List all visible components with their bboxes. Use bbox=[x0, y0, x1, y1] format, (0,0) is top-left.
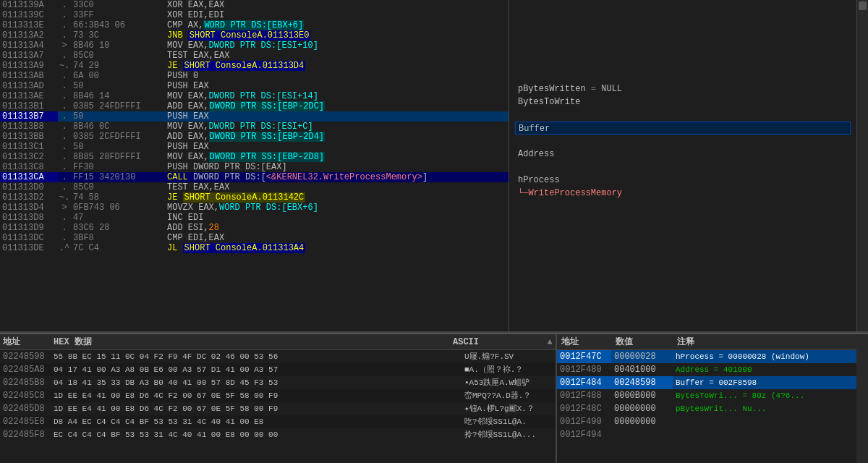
disasm-instruction: ADD EAX,DWORD PTR SS:[EBP-2DC] bbox=[165, 101, 509, 111]
disasm-row[interactable]: 011313C1.50PUSH EAX bbox=[0, 142, 509, 152]
disasm-addr: 011313B8 bbox=[0, 122, 58, 132]
hex-header: 地址 HEX 数据 ASCII ▲ bbox=[0, 334, 556, 350]
disasm-row[interactable]: 011313A9~.74 29JE SHORT ConsoleA.011313D… bbox=[0, 61, 509, 71]
disasm-instruction: MOV EAX,DWORD PTR DS:[ESI+10] bbox=[165, 41, 509, 51]
disasm-row[interactable]: 0113139C.33FFXOR EDI,EDI bbox=[0, 10, 509, 20]
hex-ascii-cell: 吃?邻绥SS1L@A. bbox=[461, 415, 556, 428]
disasm-arrow: . bbox=[58, 162, 71, 172]
disasm-row[interactable]: 011313D4>0FB743 06MOVZX EAX,WORD PTR DS:… bbox=[0, 203, 509, 213]
hex-row[interactable]: 022485B804 18 41 35 33 DB A3 B0 40 41 00… bbox=[0, 376, 556, 389]
reg-row[interactable]: 0012F4880000B000BytesToWri... = 80z (4?6… bbox=[557, 389, 856, 402]
disasm-addr: 011313D8 bbox=[0, 213, 58, 223]
disasm-addr: 011313A4 bbox=[0, 41, 58, 51]
reg-val-col-header: 数值 bbox=[611, 336, 673, 348]
hex-section: 地址 HEX 数据 ASCII ▲ 0224859855 8B EC 15 11… bbox=[0, 334, 557, 463]
disasm-row[interactable]: 011313D8.47INC EDI bbox=[0, 213, 509, 223]
disasm-bytes: 33C0 bbox=[71, 0, 165, 10]
disasm-arrow: . bbox=[58, 213, 71, 223]
disasm-row[interactable]: 011313DC.3BF8CMP EDI,EAX bbox=[0, 233, 509, 243]
disasm-addr: 011313D9 bbox=[0, 223, 58, 233]
disasm-row[interactable]: 011313BB.0385 2CFDFFFIADD EAX,DWORD PTR … bbox=[0, 132, 509, 142]
hex-bytes-cell: 1D EE E4 41 00 E8 D6 4C F2 00 67 0E 5F 5… bbox=[51, 389, 461, 402]
disasm-arrow: . bbox=[58, 71, 71, 81]
disasm-row[interactable]: 0113139A.33C0XOR EAX,EAX bbox=[0, 0, 509, 10]
reg-row[interactable]: 0012F48400248598Buffer = 002F8598 bbox=[557, 376, 856, 389]
hex-scroll-btn[interactable]: ▲ bbox=[544, 337, 556, 347]
hex-row[interactable]: 022485A804 17 41 00 A3 A8 0B E6 00 A3 57… bbox=[0, 363, 556, 376]
disasm-row[interactable]: 011313A2.73 3CJNB SHORT ConsoleA.011313E… bbox=[0, 30, 509, 41]
reg-row[interactable]: 0012F49000000000 bbox=[557, 415, 856, 428]
disasm-arrow: . bbox=[58, 132, 71, 142]
reg-note-cell: BytesToWri... = 80z (4?6... bbox=[673, 389, 856, 402]
bottom-scrollbar[interactable] bbox=[856, 334, 868, 463]
disasm-bytes: 47 bbox=[71, 213, 165, 223]
disasm-instruction: CALL DWORD PTR DS:[<&KERNEL32.WriteProce… bbox=[165, 172, 509, 182]
hex-row[interactable]: 0224859855 8B EC 15 11 0C 04 F2 F9 4F DC… bbox=[0, 350, 556, 363]
disasm-row[interactable]: 011313CA.FF15 3420130CALL DWORD PTR DS:[… bbox=[0, 172, 509, 182]
disasm-bytes: 0385 2CFDFFFI bbox=[71, 132, 165, 142]
reg-row[interactable]: 0012F48000401000Address = 401000 bbox=[557, 363, 856, 376]
hex-row[interactable]: 022485F8EC C4 C4 C4 BF 53 53 31 4C 40 41… bbox=[0, 428, 556, 441]
hex-row[interactable]: 022485E8D8 A4 EC C4 C4 C4 BF 53 53 31 4C… bbox=[0, 415, 556, 428]
disasm-instruction: MOV EAX,DWORD PTR SS:[EBP-2D8] bbox=[165, 152, 509, 162]
disasm-row[interactable]: 011313D2~.74 58JE SHORT ConsoleA.0113142… bbox=[0, 192, 509, 203]
disasm-instruction: CMP EDI,EAX bbox=[165, 233, 509, 243]
reg-row[interactable]: 0012F48C00000000pBytesWrit... Nu... bbox=[557, 402, 856, 415]
disasm-instruction: XOR EDI,EDI bbox=[165, 10, 509, 20]
disasm-row[interactable]: 011313B7.50PUSH EAX bbox=[0, 111, 509, 122]
disasm-scrollbar[interactable] bbox=[856, 0, 868, 331]
disasm-addr: 011313CA bbox=[0, 172, 58, 182]
disasm-instruction: CMP AX,WORD PTR DS:[EBX+6] bbox=[165, 20, 509, 30]
hex-row[interactable]: 022485D81D EE E4 41 00 E8 D6 4C F2 00 67… bbox=[0, 402, 556, 415]
hex-rows: 0224859855 8B EC 15 11 0C 04 F2 F9 4F DC… bbox=[0, 350, 556, 441]
disasm-arrow: .^ bbox=[58, 243, 71, 253]
disasm-bytes: 83C6 28 bbox=[71, 223, 165, 233]
hex-addr-cell: 022485F8 bbox=[0, 428, 51, 441]
disasm-bytes: FF15 3420130 bbox=[71, 172, 165, 182]
disasm-arrow: . bbox=[58, 20, 71, 30]
disasm-row[interactable]: 011313B1.0385 24FDFFFIADD EAX,DWORD PTR … bbox=[0, 101, 509, 111]
disasm-arrow: . bbox=[58, 81, 71, 91]
disasm-row[interactable]: 011313AE.8B46 14MOV EAX,DWORD PTR DS:[ES… bbox=[0, 91, 509, 101]
disasm-panel: 0113139A.33C0XOR EAX,EAX0113139C.33FFXOR… bbox=[0, 0, 868, 333]
disasm-row[interactable]: 011313DE.^7C C4JL SHORT ConsoleA.011313A… bbox=[0, 243, 509, 253]
reg-addr-cell: 0012F488 bbox=[557, 389, 611, 402]
reg-addr-cell: 0012F47C bbox=[557, 350, 611, 363]
disasm-row[interactable]: 011313C2.8B85 28FDFFFIMOV EAX,DWORD PTR … bbox=[0, 152, 509, 162]
disasm-addr: 011313D2 bbox=[0, 192, 58, 203]
disasm-table: 0113139A.33C0XOR EAX,EAX0113139C.33FFXOR… bbox=[0, 0, 509, 253]
disasm-row[interactable]: 011313A4>8B46 10MOV EAX,DWORD PTR DS:[ES… bbox=[0, 41, 509, 51]
reg-row[interactable]: 0012F494 bbox=[557, 428, 856, 441]
reg-rows: 0012F47C00000028hProcess = 00000028 (win… bbox=[557, 350, 856, 441]
reg-val-cell: 00000000 bbox=[611, 402, 673, 415]
disasm-instruction: PUSH EAX bbox=[165, 81, 509, 91]
disasm-bytes: 85C0 bbox=[71, 51, 165, 61]
disasm-row[interactable]: 011313A7.85C0TEST EAX,EAX bbox=[0, 51, 509, 61]
hex-bytes-cell: 1D EE E4 41 00 E8 D6 4C F2 00 67 0E 5F 5… bbox=[51, 402, 461, 415]
hex-addr-cell: 022485E8 bbox=[0, 415, 51, 428]
disasm-bytes: 73 3C bbox=[71, 30, 165, 41]
disasm-row[interactable]: 0113313E.66:3B43 06CMP AX,WORD PTR DS:[E… bbox=[0, 20, 509, 30]
disasm-addr: 011313BB bbox=[0, 132, 58, 142]
disasm-arrow: > bbox=[58, 41, 71, 51]
disasm-row[interactable]: 011313B8.8B46 0CMOV EAX,DWORD PTR DS:[ES… bbox=[0, 122, 509, 132]
disasm-row[interactable]: 011313D0.85C0TEST EAX,EAX bbox=[0, 182, 509, 192]
disasm-row[interactable]: 011313D9.83C6 28ADD ESI,28 bbox=[0, 223, 509, 233]
disasm-addr: 011313D0 bbox=[0, 182, 58, 192]
disasm-instruction: PUSH EAX bbox=[165, 142, 509, 152]
disasm-instruction: PUSH EAX bbox=[165, 111, 509, 122]
disasm-bytes: 50 bbox=[71, 111, 165, 122]
reg-row[interactable]: 0012F47C00000028hProcess = 00000028 (win… bbox=[557, 350, 856, 363]
hex-bytes-cell: D8 A4 EC C4 C4 C4 BF 53 53 31 4C 40 41 0… bbox=[51, 415, 461, 428]
disasm-row[interactable]: 011313C8.FF30PUSH DWORD PTR DS:[EAX] bbox=[0, 162, 509, 172]
disasm-instruction: TEST EAX,EAX bbox=[165, 182, 509, 192]
disasm-row[interactable]: 011313AB.6A 00PUSH 0 bbox=[0, 71, 509, 81]
disasm-row[interactable]: 011313AD.50PUSH EAX bbox=[0, 81, 509, 91]
hex-ascii-cell: 拎?邻绥SS1L@A... bbox=[461, 428, 556, 441]
hex-row[interactable]: 022485C81D EE E4 41 00 E8 D6 4C F2 00 67… bbox=[0, 389, 556, 402]
disasm-bytes: 85C0 bbox=[71, 182, 165, 192]
disasm-instruction: JE SHORT ConsoleA.011313D4 bbox=[165, 61, 509, 71]
disasm-arrow: . bbox=[58, 51, 71, 61]
disasm-addr: 011313A9 bbox=[0, 61, 58, 71]
reg-note-cell: hProcess = 00000028 (window) bbox=[673, 350, 856, 363]
